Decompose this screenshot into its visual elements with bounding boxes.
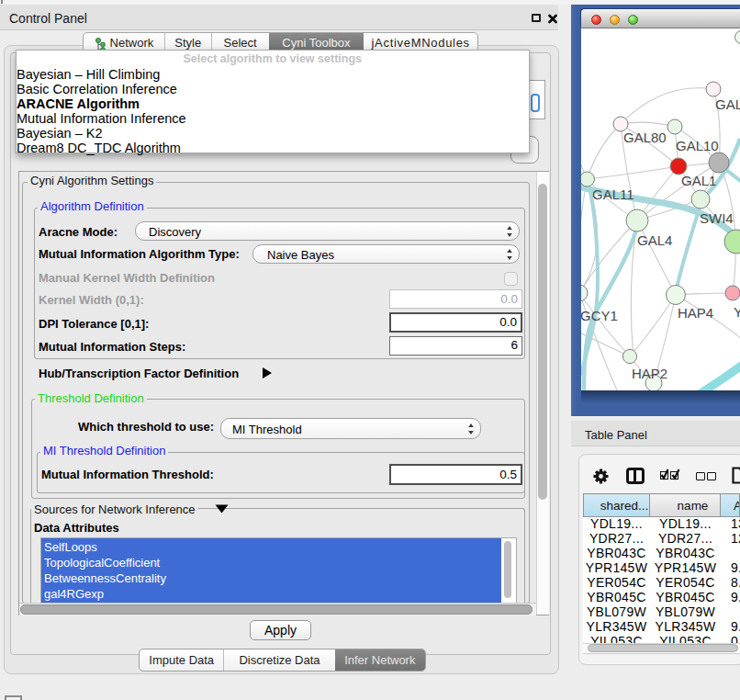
svg-text:GAL10: GAL10: [676, 138, 719, 153]
svg-text:HAP2: HAP2: [632, 366, 667, 381]
svg-text:SWI4: SWI4: [700, 210, 734, 226]
svg-text:GAL4: GAL4: [637, 232, 672, 248]
svg-text:GAL11: GAL11: [592, 186, 634, 202]
svg-text:GAL: GAL: [715, 96, 740, 112]
svg-text:Y: Y: [734, 304, 740, 320]
svg-text:GCY1: GCY1: [581, 308, 618, 323]
svg-text:GAL80: GAL80: [623, 130, 667, 145]
svg-text:HAP4: HAP4: [678, 305, 713, 321]
svg-text:GAL1: GAL1: [681, 173, 716, 188]
